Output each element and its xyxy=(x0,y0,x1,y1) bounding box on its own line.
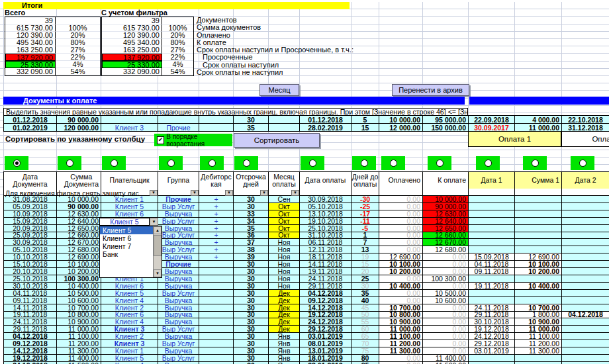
table-cell[interactable]: Окт xyxy=(269,225,300,232)
table-cell[interactable]: 06.11.2018 xyxy=(300,239,351,246)
table-cell[interactable] xyxy=(199,333,234,340)
table-cell[interactable]: 0.00 xyxy=(379,355,423,362)
radio-icon[interactable] xyxy=(209,159,216,167)
table-cell[interactable]: 0.00 xyxy=(379,297,423,304)
table-cell[interactable]: Выручка xyxy=(158,253,199,261)
radio-icon[interactable] xyxy=(111,159,118,167)
table-cell[interactable] xyxy=(562,203,609,210)
table-cell[interactable]: 30 xyxy=(234,261,269,268)
table-cell[interactable]: 28.02.2019 xyxy=(300,124,351,132)
table-cell[interactable]: Дек xyxy=(269,304,300,312)
table-cell[interactable] xyxy=(562,283,609,290)
table-cell[interactable] xyxy=(515,355,562,362)
table-cell[interactable]: Ноя xyxy=(269,283,300,290)
table-cell[interactable]: 29.11.2018 xyxy=(4,326,57,333)
table-cell[interactable]: 19 xyxy=(351,253,379,261)
sort-column-radio[interactable] xyxy=(571,156,594,170)
scroll-up-icon[interactable]: ▲ xyxy=(154,226,162,234)
table-cell[interactable]: Ноя xyxy=(269,261,300,268)
table-cell[interactable]: 10 900.00 xyxy=(515,318,562,326)
table-cell[interactable] xyxy=(515,239,562,246)
table-cell[interactable] xyxy=(562,225,609,232)
table-cell[interactable]: 11 400.00 xyxy=(423,355,469,362)
table-cell[interactable]: Ноя xyxy=(269,268,300,275)
ascending-checkbox-group[interactable]: ✔ В порядке возрастания xyxy=(154,134,232,146)
table-cell[interactable]: 10.09.2018 xyxy=(4,210,57,218)
dropdown-item[interactable]: Клиент 5 xyxy=(100,226,153,234)
table-cell[interactable]: 09.11.2018 xyxy=(4,297,57,304)
table-cell[interactable]: Выр Услуг xyxy=(158,232,199,240)
radio-icon[interactable] xyxy=(13,159,21,167)
table-cell[interactable]: 11 300.00 xyxy=(57,347,101,355)
table-cell[interactable]: 29.12.2018 xyxy=(300,326,351,333)
table-cell[interactable]: 10 200.00 xyxy=(515,268,562,275)
table-cell[interactable]: 14.12.2018 xyxy=(300,304,351,312)
table-cell[interactable] xyxy=(562,340,609,347)
table-cell[interactable]: 04.11.2018 xyxy=(469,261,515,268)
table-cell[interactable]: 50 xyxy=(351,312,379,319)
table-cell[interactable]: Клиент 5 xyxy=(101,203,158,210)
table-cell[interactable]: 10 600.00 xyxy=(423,297,469,304)
table-cell[interactable] xyxy=(199,304,234,312)
table-cell[interactable]: 0.00 xyxy=(423,283,469,290)
table-cell[interactable]: 0.00 xyxy=(423,261,469,268)
table-cell[interactable] xyxy=(199,275,234,283)
table-cell[interactable]: 05.09.2018 xyxy=(4,203,57,210)
table-cell[interactable]: 75 xyxy=(351,347,379,355)
table-cell[interactable] xyxy=(515,210,562,218)
table-cell[interactable] xyxy=(562,261,609,268)
table-cell[interactable]: 25.10.2018 xyxy=(4,275,57,283)
table-cell[interactable]: 30 xyxy=(234,283,269,290)
table-cell[interactable]: 30 xyxy=(234,196,269,203)
table-cell[interactable]: 13 xyxy=(351,246,379,253)
table-cell[interactable]: 0.00 xyxy=(423,318,469,326)
table-cell[interactable]: 04.12.2018 xyxy=(4,333,57,340)
autofilter-dropdown-icon[interactable]: ▼ xyxy=(225,190,233,197)
table-cell[interactable]: 05.10.2018 xyxy=(300,203,351,210)
table-cell[interactable]: 4 000.00 xyxy=(515,116,562,124)
table-cell[interactable]: Янв xyxy=(269,355,300,362)
table-cell[interactable]: 30 xyxy=(234,290,269,297)
radio-icon[interactable] xyxy=(532,159,539,167)
table-cell[interactable]: 09.12.2018 xyxy=(4,340,57,347)
table-cell[interactable]: Окт xyxy=(269,203,300,210)
table-cell[interactable]: 100 300.00 xyxy=(423,275,469,283)
table-cell[interactable]: 10 100.00 xyxy=(515,261,562,268)
radio-icon[interactable] xyxy=(579,159,586,167)
table-cell[interactable] xyxy=(199,261,234,268)
table-cell[interactable] xyxy=(469,225,515,232)
table-cell[interactable]: 0.00 xyxy=(379,275,423,283)
sort-column-radio[interactable] xyxy=(102,156,126,170)
sort-column-radio[interactable] xyxy=(234,156,258,170)
table-cell[interactable]: 12 680.00 xyxy=(57,246,101,253)
table-cell[interactable]: 1 800.00 xyxy=(515,312,562,319)
radio-icon[interactable] xyxy=(167,159,175,167)
table-cell[interactable]: Клиент 2 xyxy=(101,304,158,312)
table-cell[interactable] xyxy=(199,124,234,132)
table-cell[interactable]: 19.10.2018 xyxy=(300,218,351,225)
table-cell[interactable]: Выручка xyxy=(158,275,199,283)
table-cell[interactable]: 01.02.2019 xyxy=(4,124,57,132)
table-cell[interactable]: Клиент 2 xyxy=(101,333,158,340)
table-cell[interactable]: Выр Услуг xyxy=(158,290,199,297)
ascending-checkbox[interactable]: ✔ xyxy=(157,136,164,144)
table-cell[interactable]: 11 200.00 xyxy=(515,340,562,347)
table-cell[interactable] xyxy=(515,196,562,203)
table-cell[interactable] xyxy=(469,218,515,225)
table-cell[interactable]: 30 xyxy=(234,268,269,275)
table-cell[interactable]: Выр Услуг xyxy=(158,246,199,253)
table-cell[interactable]: 25.10.2018 xyxy=(300,225,351,232)
table-cell[interactable]: 14.11.2018 xyxy=(4,304,57,312)
table-cell[interactable]: 12 660.00 xyxy=(57,232,101,240)
table-cell[interactable]: 24.12.2018 xyxy=(469,333,515,340)
table-cell[interactable]: 30 xyxy=(234,318,269,326)
table-cell[interactable]: 12 000.00 xyxy=(379,124,423,132)
table-cell[interactable]: 11 200.00 xyxy=(57,340,101,347)
table-cell[interactable] xyxy=(199,297,234,304)
table-cell[interactable]: Выручка xyxy=(158,347,199,355)
table-cell[interactable]: 14.11.2018 xyxy=(300,261,351,268)
table-cell[interactable]: Клиент 6 xyxy=(101,210,158,218)
table-cell[interactable]: 0.00 xyxy=(379,290,423,297)
move-to-archive-button[interactable]: Перенести в архив xyxy=(392,84,469,96)
scrollbar-thumb[interactable] xyxy=(154,235,162,256)
